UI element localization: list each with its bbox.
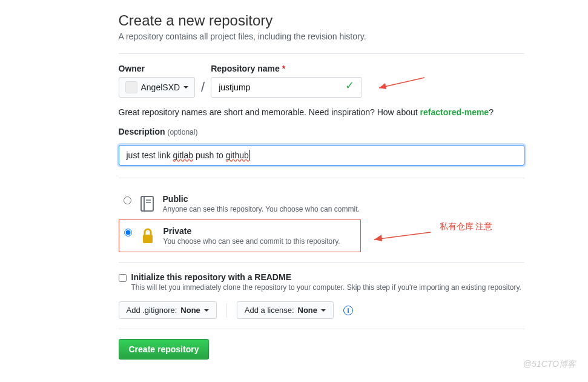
- private-title: Private: [164, 226, 192, 236]
- page-subtitle: A repository contains all project files,…: [119, 32, 524, 41]
- button-separator: [226, 303, 227, 318]
- lock-icon: [138, 226, 157, 246]
- page-title: Create a new repository: [119, 12, 524, 29]
- info-icon[interactable]: i: [343, 306, 353, 315]
- annotation-arrow-1: [373, 75, 428, 93]
- repo-icon: [137, 194, 157, 213]
- divider: [119, 178, 524, 178]
- annotation-private-note: 私有仓库 注意: [440, 221, 493, 232]
- divider: [119, 329, 524, 329]
- repo-hint: Great repository names are short and mem…: [119, 107, 524, 117]
- svg-rect-2: [141, 196, 153, 211]
- public-title: Public: [163, 194, 188, 204]
- annotation-arrow-2: [367, 227, 434, 246]
- svg-rect-6: [143, 235, 153, 243]
- create-repository-button[interactable]: Create repository: [119, 339, 210, 360]
- avatar-icon: [125, 81, 137, 93]
- divider: [119, 262, 524, 263]
- required-mark: *: [282, 64, 285, 73]
- divider: [119, 53, 524, 54]
- optional-label: (optional): [167, 128, 197, 136]
- private-radio[interactable]: [124, 229, 132, 236]
- gitignore-dropdown[interactable]: Add .gitignore: None: [119, 301, 217, 319]
- visibility-public-option[interactable]: Public Anyone can see this repository. Y…: [119, 188, 524, 219]
- description-input[interactable]: just test link gitlab push to github: [119, 145, 524, 166]
- slash-separator: /: [200, 79, 206, 98]
- owner-dropdown[interactable]: AngelSXD: [119, 77, 196, 98]
- svg-line-7: [374, 232, 431, 240]
- visibility-private-option[interactable]: Private You choose who can see and commi…: [119, 219, 361, 252]
- readme-checkbox[interactable]: [119, 274, 127, 282]
- caret-down-icon: [183, 86, 188, 89]
- private-subtitle: You choose who can see and commit to thi…: [164, 237, 340, 246]
- license-dropdown[interactable]: Add a license: None: [237, 301, 334, 319]
- owner-value: AngelSXD: [141, 82, 180, 92]
- suggestion-link[interactable]: refactored-meme: [420, 107, 489, 117]
- public-radio[interactable]: [124, 196, 131, 204]
- readme-label: Initialize this repository with a README: [131, 272, 291, 282]
- readme-subtitle: This will let you immediately clone the …: [131, 283, 521, 292]
- repo-name-input[interactable]: [211, 77, 362, 98]
- watermark: @51CTO博客: [523, 359, 576, 370]
- svg-marker-1: [379, 83, 386, 89]
- description-label: Description: [119, 127, 165, 136]
- public-subtitle: Anyone can see this repository. You choo…: [163, 205, 360, 213]
- check-icon: ✓: [345, 79, 354, 92]
- svg-line-0: [379, 78, 424, 88]
- caret-down-icon: [321, 309, 326, 312]
- caret-down-icon: [204, 309, 209, 312]
- svg-marker-8: [374, 235, 382, 241]
- owner-label: Owner: [119, 64, 196, 73]
- repo-name-label: Repository name *: [211, 64, 354, 73]
- text-cursor: [249, 150, 249, 161]
